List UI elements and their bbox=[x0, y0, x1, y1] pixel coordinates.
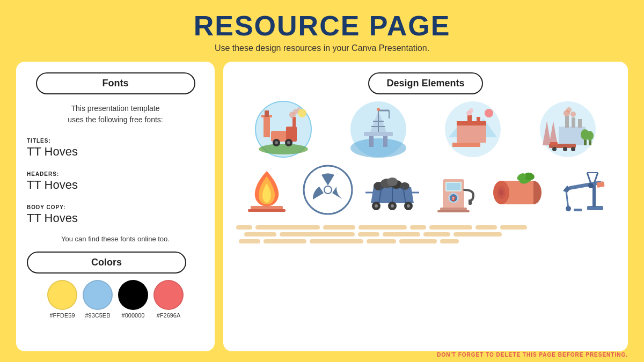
svg-point-107 bbox=[566, 206, 571, 211]
svg-rect-47 bbox=[565, 116, 569, 128]
color-circle-black bbox=[118, 280, 148, 310]
page-wrapper: RESOURCE PAGE Use these design resources… bbox=[0, 0, 644, 362]
svg-point-44 bbox=[485, 109, 493, 117]
main-content: Fonts This presentation templateuses the… bbox=[16, 62, 628, 351]
body-label: BODY COPY: bbox=[27, 204, 65, 210]
svg-point-78 bbox=[391, 204, 394, 208]
svg-line-108 bbox=[587, 173, 591, 183]
font-entry-titles: TITLES: TT Hoves bbox=[27, 135, 204, 159]
warning-text: DON'T FORGET TO DELETE THIS PAGE BEFORE … bbox=[437, 352, 628, 358]
icons-grid: ⛽ bbox=[236, 100, 615, 341]
svg-rect-63 bbox=[248, 209, 286, 212]
color-circle-yellow bbox=[47, 280, 77, 310]
svg-rect-32 bbox=[467, 115, 472, 123]
icon-oil-rig bbox=[341, 100, 416, 159]
page-subtitle: Use these design resources in your Canva… bbox=[194, 43, 451, 53]
svg-point-60 bbox=[563, 147, 567, 151]
icons-row-2: ⛽ bbox=[236, 163, 615, 217]
colors-label: Colors bbox=[27, 252, 186, 274]
svg-point-71 bbox=[387, 178, 398, 186]
svg-rect-90 bbox=[437, 210, 470, 212]
svg-rect-49 bbox=[578, 119, 582, 128]
svg-point-35 bbox=[469, 108, 473, 113]
footer-warning: DON'T FORGET TO DELETE THIS PAGE BEFORE … bbox=[437, 352, 628, 358]
svg-rect-5 bbox=[265, 110, 269, 117]
svg-point-16 bbox=[298, 109, 306, 117]
icon-industrial-storage bbox=[435, 100, 510, 159]
svg-rect-19 bbox=[364, 132, 393, 136]
svg-point-18 bbox=[350, 138, 406, 158]
font-entry-headers: HEADERS: TT Hoves bbox=[27, 168, 204, 192]
icon-factory bbox=[530, 100, 605, 159]
fonts-description: This presentation templateuses the follo… bbox=[27, 103, 204, 125]
color-swatch-red: #F2696A bbox=[153, 280, 184, 319]
design-elements-header: Design Elements bbox=[236, 72, 615, 94]
svg-rect-30 bbox=[457, 124, 486, 143]
svg-point-105 bbox=[588, 183, 594, 188]
svg-rect-102 bbox=[592, 184, 596, 207]
svg-point-96 bbox=[499, 189, 503, 196]
svg-rect-101 bbox=[574, 209, 582, 211]
svg-point-9 bbox=[275, 141, 278, 144]
svg-point-11 bbox=[287, 141, 290, 144]
svg-point-2 bbox=[259, 144, 308, 154]
titles-font: TT Hoves bbox=[27, 145, 204, 159]
svg-point-61 bbox=[571, 147, 575, 151]
svg-point-59 bbox=[552, 147, 557, 151]
svg-rect-3 bbox=[264, 116, 270, 137]
svg-text:⛽: ⛽ bbox=[451, 196, 457, 201]
font-entry-body: BODY COPY: TT Hoves bbox=[27, 202, 204, 225]
svg-point-51 bbox=[566, 107, 572, 113]
color-hex-yellow: #FFDE59 bbox=[49, 312, 75, 319]
headers-label: HEADERS: bbox=[27, 171, 59, 177]
svg-rect-33 bbox=[477, 117, 480, 123]
fonts-label: Fonts bbox=[36, 72, 195, 94]
color-swatch-yellow: #FFDE59 bbox=[47, 280, 77, 319]
svg-point-52 bbox=[570, 112, 576, 117]
body-font: TT Hoves bbox=[27, 211, 204, 225]
color-swatch-black: #000000 bbox=[118, 280, 148, 319]
svg-point-66 bbox=[325, 187, 331, 193]
svg-rect-58 bbox=[550, 142, 558, 145]
svg-point-56 bbox=[586, 131, 594, 141]
color-hex-blue: #93C5EB bbox=[85, 312, 110, 319]
header-section: RESOURCE PAGE Use these design resources… bbox=[194, 11, 451, 53]
svg-point-28 bbox=[377, 108, 380, 111]
svg-rect-12 bbox=[292, 117, 296, 128]
icon-pump-jack bbox=[558, 163, 611, 217]
svg-rect-43 bbox=[472, 143, 480, 147]
svg-point-76 bbox=[375, 204, 378, 208]
colors-section: Colors #FFDE59 #93C5EB #000000 bbox=[27, 252, 204, 319]
icon-radiation bbox=[301, 163, 355, 217]
design-elements-label: Design Elements bbox=[368, 72, 482, 94]
svg-rect-21 bbox=[383, 136, 387, 147]
color-hex-black: #000000 bbox=[122, 312, 145, 319]
svg-rect-48 bbox=[572, 117, 575, 128]
decorative-lines bbox=[236, 225, 615, 243]
page-title: RESOURCE PAGE bbox=[194, 11, 451, 41]
icon-coal-cart bbox=[363, 163, 422, 217]
find-fonts-text: You can find these fonts online too. bbox=[27, 235, 204, 243]
color-swatch-blue: #93C5EB bbox=[83, 280, 113, 319]
color-circle-blue bbox=[83, 280, 113, 310]
svg-rect-20 bbox=[369, 136, 374, 147]
icon-gas-pump: ⛽ bbox=[429, 163, 483, 217]
svg-rect-103 bbox=[568, 181, 602, 190]
svg-point-80 bbox=[407, 204, 410, 208]
right-panel: Design Elements bbox=[223, 62, 628, 351]
svg-point-70 bbox=[400, 182, 409, 190]
color-circle-red bbox=[153, 280, 184, 310]
headers-font: TT Hoves bbox=[27, 178, 204, 192]
icons-row-1 bbox=[236, 100, 615, 159]
icon-oil-truck bbox=[246, 100, 321, 159]
icon-flame bbox=[240, 163, 294, 217]
svg-rect-91 bbox=[469, 200, 472, 205]
svg-rect-85 bbox=[447, 183, 460, 190]
left-panel: Fonts This presentation templateuses the… bbox=[16, 62, 215, 351]
color-hex-red: #F2696A bbox=[157, 312, 181, 319]
icon-log bbox=[491, 163, 550, 217]
color-swatches: #FFDE59 #93C5EB #000000 #F2696A bbox=[27, 280, 204, 319]
svg-rect-89 bbox=[440, 208, 467, 210]
titles-label: TITLES: bbox=[27, 138, 51, 144]
